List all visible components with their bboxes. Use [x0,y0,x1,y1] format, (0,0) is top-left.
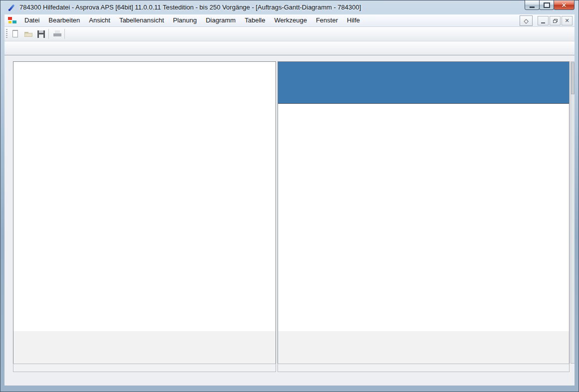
menu-diagramm[interactable]: Diagramm [201,14,240,26]
menu-bar: DateiBearbeitenAnsichtTabellenansichtPla… [4,14,575,27]
open-file-icon[interactable] [22,28,34,40]
toolbar-separator [64,29,65,39]
menu-planung[interactable]: Planung [169,14,202,26]
mdi-restore-button[interactable] [550,16,561,25]
gantt-timescale-header[interactable] [278,62,569,104]
menu-fenster[interactable]: Fenster [311,14,342,26]
asprova-logo-icon [8,17,16,24]
new-file-icon[interactable] [9,28,21,40]
toolbar-grip [6,29,7,39]
app-window: 784300 Hilfedatei - Asprova APS [64bit] … [0,0,579,392]
maximize-button[interactable] [539,0,554,10]
toolbar-separator [48,29,49,39]
mdi-minimize-button[interactable] [538,16,549,25]
title-bar[interactable]: 784300 Hilfedatei - Asprova APS [64bit] … [0,0,579,14]
menu-datei[interactable]: Datei [20,14,44,26]
menu-hilfe[interactable]: Hilfe [342,14,364,26]
print-icon[interactable] [51,28,63,40]
layout-diamond-button[interactable]: ◇ [520,15,533,26]
toolbar-view [4,41,575,56]
toolbar-main [4,27,575,41]
gantt-chart-area [278,104,569,331]
menu-ansicht[interactable]: Ansicht [84,14,115,26]
table-header [13,62,276,104]
gantt-pane [278,61,570,364]
view-tab-bar [4,374,575,386]
mdi-close-button[interactable]: ✕ [562,16,573,25]
save-icon[interactable] [35,28,47,40]
menu-tabelle[interactable]: Tabelle [240,14,270,26]
window-title: 784300 Hilfedatei - Asprova APS [64bit] … [19,3,361,11]
close-button[interactable]: ✕ [554,0,575,10]
menu-bearbeiten[interactable]: Bearbeiten [44,14,84,26]
gantt-horizontal-scrollbar[interactable] [278,364,570,372]
client-area: DateiBearbeitenAnsichtTabellenansichtPla… [4,14,575,386]
app-pen-icon [8,3,15,11]
order-table-pane [13,61,276,364]
minimize-button[interactable] [525,0,540,10]
cut-icon[interactable] [67,28,79,40]
vertical-scrollbar-thumb[interactable] [571,62,575,94]
table-body [13,104,276,331]
table-horizontal-scrollbar[interactable] [13,364,276,372]
workspace [4,55,575,386]
vertical-scrollbar[interactable] [571,61,575,364]
menu-tabellenansicht[interactable]: Tabellenansicht [115,14,169,26]
menu-werkzeuge[interactable]: Werkzeuge [270,14,311,26]
